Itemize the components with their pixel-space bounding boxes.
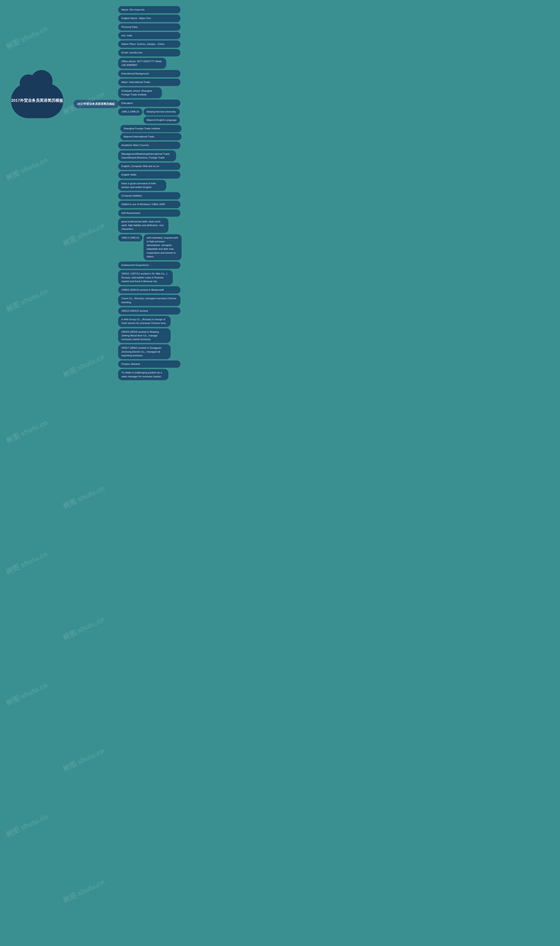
watermark: 树图 shutu.cn [5, 24, 49, 51]
node-graduate-school: Graduate school: Shanghai Foreign Trade … [118, 87, 182, 99]
watermark: 树图 shutu.cn [61, 615, 106, 642]
node-good-professional: good professional skills. team work spir… [118, 218, 182, 233]
watermark: 树图 shutu.cn [61, 483, 106, 511]
cloud-node: 2017外贸业务员英语简历模板 [6, 83, 68, 123]
node-english-name: English Name : Adam Chu [118, 15, 182, 22]
node-position-wanted: Position Wanted: [118, 361, 182, 368]
watermark: 树图 shutu.cn [61, 220, 106, 248]
watermark: 树图 shutu.cn [5, 286, 49, 314]
node-email: Email: xuexila.com. [118, 49, 182, 56]
node-2001: 2001/2-2003/12 worked [118, 307, 182, 314]
node-to-obtain: To obtain a challenging position as a sa… [118, 369, 182, 380]
node-1985-children: Nanjing Normal University Majored Englis… [143, 108, 180, 124]
watermark: 树图 shutu.cn [5, 680, 49, 708]
node-good-command: Have a good command of both spoken and w… [118, 180, 182, 191]
node-english-computer: English, Computer Skill and so on [118, 163, 182, 170]
node-educational-background: Educational Background [118, 70, 182, 77]
node-1998: 1998/2-2000/10 worked in Masterstaff [118, 286, 182, 294]
watermark: 树图 shutu.cn [5, 155, 49, 183]
node-major: Major: International Trade [118, 79, 182, 86]
node-self-assessment: Self Assessment: [118, 210, 182, 217]
node-travel-co: Travel Co., (Russia), managed overseas C… [118, 295, 182, 306]
node-1989-branch: 1989.2-1990.10 self-motivated, respond w… [118, 234, 182, 260]
watermark: 树图 shutu.cn [61, 746, 106, 774]
node-1985-branch: 1985.2-1988.10 Nanjing Normal University… [118, 108, 182, 124]
node-native-place: Native Place: Suzhou, Jiangsu , China [118, 40, 182, 48]
node-sex: sex: male [118, 32, 182, 39]
watermark: 树图 shutu.cn [5, 549, 49, 577]
watermark: 树图 shutu.cn [61, 877, 106, 905]
node-computer-abilities: Computer Abilities: [118, 192, 182, 199]
node-2004: 2004/9-2005/6 worked in Wujiang Jinfeng … [118, 328, 182, 343]
mind-map: 树图 shutu.cn 树图 shutu.cn 树图 shutu.cn 树图 s… [0, 0, 182, 946]
node-phone: Office phone: 0577-65597777 Mobil: 136 0… [118, 58, 182, 69]
main-node: 2017外贸业务员英语简历模板 [73, 100, 119, 108]
node-alfa-group: in Alfa Group Co., (Russia) in charge of… [118, 316, 182, 327]
node-employment-experience: Employment Experience : [118, 262, 182, 269]
watermark: 树图 shutu.cn [5, 418, 49, 445]
node-personal-data: Personal Data: [118, 23, 182, 31]
node-management: Management/Marketing/International Trade… [118, 150, 182, 162]
node-1989-children: self-motivated, respond well in high-pre… [143, 234, 182, 260]
watermark: 树图 shutu.cn [61, 352, 106, 380]
node-education: Education: [118, 100, 182, 107]
cloud-label: 2017外贸业务员英语简历模板 [11, 83, 63, 118]
watermark: 树图 shutu.cn [5, 812, 49, 840]
node-shanghai-branch: Shanghai Foreign Trade Institute Majored… [120, 125, 182, 140]
node-2005: 2005/7-2006/2 worked in Dongguan Jinzhon… [118, 344, 182, 359]
nodes-list: Name: Zhu Huai-min English Name : Adam C… [118, 6, 182, 380]
node-english-skills: English Skills: [118, 171, 182, 179]
node-academic-courses: Academic Main Courses: [118, 142, 182, 149]
node-skilled-windows: Skilled in use of Windows / Office 2000 [118, 201, 182, 208]
node-name: Name: Zhu Huai-min [118, 6, 182, 13]
node-1993: 1993/2--1997/12 worked in St. Mila Co., … [118, 270, 182, 285]
